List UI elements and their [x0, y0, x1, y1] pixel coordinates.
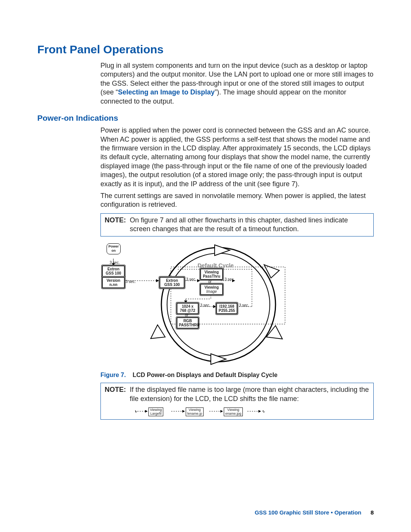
delay-4: 3 sec. [225, 277, 235, 282]
figure-7-caption: Figure 7. LCD Power-on Displays and Defa… [100, 371, 374, 379]
delay-6: 3 sec. [239, 303, 249, 308]
note-box-1: NOTE: On figure 7 and all other flowchar… [100, 213, 374, 236]
svg-marker-8 [151, 325, 165, 339]
delay-1: 3 sec. [110, 260, 120, 265]
svg-marker-7 [211, 354, 226, 364]
scroll-lcd-3: Viewingename.jpg [224, 407, 243, 416]
scroll-lcd-2: Viewinglename.jp [186, 407, 204, 416]
svg-text:∿: ∿ [135, 409, 137, 414]
svg-marker-5 [264, 265, 279, 278]
page-title: Front Panel Operations [37, 42, 374, 57]
figure-7-diagram: Poweron 3 sec. ExtronGSS 100 Versionn.nn… [100, 242, 374, 367]
delay-3: 3 sec. [186, 277, 196, 282]
cycle-ring-icon [100, 242, 298, 367]
power-on-pill: Poweron [107, 243, 121, 254]
page-number: 8 [371, 509, 374, 516]
footer-text: GSS 100 Graphic Still Store • Operation [255, 509, 361, 516]
lcd-version: Versionn.nn [102, 277, 125, 288]
note-text: On figure 7 and all other flowcharts in … [130, 216, 370, 234]
filename-scroll-diagram: ∿ ∿ ViewingLargefil Viewinglename.jp Vie… [135, 406, 370, 417]
page-footer: GSS 100 Graphic Still Store • Operation … [255, 509, 374, 516]
note-text-2: If the displayed file name is too large … [130, 385, 370, 403]
delay-2: 3 sec. [126, 279, 136, 284]
delay-5: 3 sec. [200, 303, 210, 308]
or-2: or [185, 313, 188, 318]
note-box-2: NOTE: If the displayed file name is too … [100, 383, 374, 420]
default-cycle-label: Default Cycle [198, 262, 234, 269]
section-heading-poweron: Power-on Indications [37, 113, 374, 123]
figure-caption-text: LCD Power-on Displays and Default Displa… [132, 372, 277, 378]
lcd-extron-1: ExtronGSS 100 [102, 265, 125, 277]
scroll-lcd-1: ViewingLargefil [148, 407, 163, 416]
note-label: NOTE: [105, 216, 126, 234]
poweron-p1: Power is applied when the power cord is … [100, 126, 374, 189]
svg-text:∿: ∿ [261, 409, 265, 414]
note-label-2: NOTE: [105, 385, 126, 403]
poweron-p2: The current settings are saved in nonvol… [100, 192, 374, 209]
link-selecting-image[interactable]: Selecting an Image to Display [118, 88, 215, 96]
lcd-ip: I192.168P255.255 [216, 303, 237, 314]
intro-paragraph: Plug in all system components and turn o… [100, 61, 374, 106]
lcd-rgb-passthru: RGBPASSTHRU [177, 317, 199, 329]
lcd-extron-2: ExtronGSS 100 [159, 277, 185, 288]
lcd-viewing-passthru: ViewingPassThru [200, 268, 223, 280]
version-text: Versionn.nn [107, 278, 120, 287]
or-1: or [208, 279, 212, 284]
lcd-viewing-image: ViewingImage [200, 284, 223, 295]
figure-number: Figure 7. [100, 372, 126, 378]
